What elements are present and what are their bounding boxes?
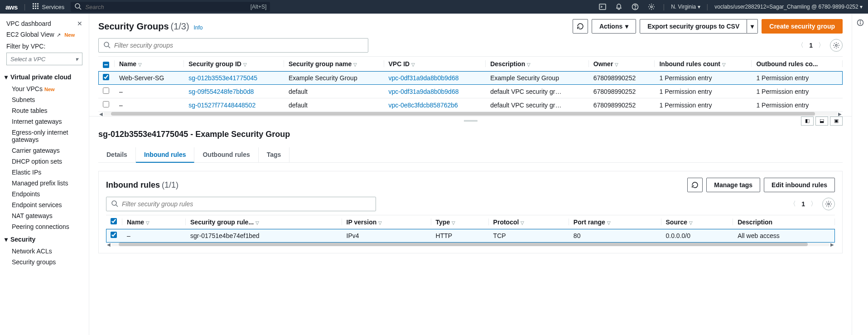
tab-tags[interactable]: Tags (259, 147, 290, 162)
table-row[interactable]: – sg-01527f77448448502 default vpc-0e8c3… (98, 98, 843, 112)
rules-select-all[interactable] (111, 218, 117, 224)
col-inbound[interactable]: Inbound rules count▽ (655, 57, 752, 71)
vpc-id-link[interactable]: vpc-0df31a9da8b0b9d68 (389, 74, 459, 82)
page-prev[interactable]: 〈 (797, 41, 804, 49)
col-description[interactable]: Description▽ (486, 57, 589, 71)
help-icon[interactable] (630, 2, 640, 12)
row-checkbox[interactable] (103, 74, 109, 80)
vpc-filter-select[interactable]: Select a VPC ▾ (6, 53, 82, 65)
sg-id-link[interactable]: sg-01527f77448448502 (188, 102, 256, 109)
sort-icon[interactable]: ▽ (138, 62, 142, 67)
sort-icon[interactable]: ▽ (378, 220, 382, 225)
horizontal-scrollbar[interactable]: ◀ ▶ (98, 112, 843, 116)
rcol-type[interactable]: Type▽ (431, 215, 489, 229)
rules-horizontal-scrollbar[interactable]: ◀ ▶ (106, 242, 835, 247)
tab-inbound-rules[interactable]: Inbound rules (136, 147, 195, 163)
sg-id-link[interactable]: sg-012b3553e41775045 (188, 74, 257, 82)
rcol-source[interactable]: Source▽ (661, 215, 733, 229)
panel-layout-full[interactable]: ▣ (830, 117, 843, 126)
sidebar-item-elastic-ips[interactable]: Elastic IPs (12, 169, 41, 176)
section-vpc[interactable]: ▾Virtual private cloud (0, 70, 89, 83)
sort-icon[interactable]: ▽ (353, 62, 357, 67)
col-name[interactable]: Name▽ (115, 57, 184, 71)
table-row[interactable]: – sg-09f554248fe7bb0d8 default vpc-0df31… (98, 85, 843, 98)
sidebar-item-carrier-gateways[interactable]: Carrier gateways (12, 147, 60, 154)
sidebar-item-endpoints[interactable]: Endpoints (12, 190, 40, 198)
scroll-right-icon[interactable]: ▶ (829, 242, 835, 247)
actions-button[interactable]: Actions▾ (592, 19, 636, 34)
col-owner[interactable]: Owner▽ (589, 57, 655, 71)
table-settings-button[interactable] (830, 39, 843, 52)
sort-icon[interactable]: ▽ (452, 220, 455, 225)
col-sg-name[interactable]: Security group name▽ (284, 57, 384, 71)
rcol-proto[interactable]: Protocol▽ (489, 215, 569, 229)
sidebar-item-subnets[interactable]: Subnets (12, 96, 35, 103)
refresh-button[interactable] (573, 19, 588, 34)
refresh-rules-button[interactable] (687, 178, 703, 192)
manage-tags-button[interactable]: Manage tags (706, 178, 760, 192)
drag-handle-icon[interactable] (464, 120, 477, 121)
page-next[interactable]: 〉 (818, 41, 825, 49)
sidebar-item-peering[interactable]: Peering connections (12, 223, 69, 230)
vpc-dashboard-link[interactable]: VPC dashboard (6, 20, 51, 27)
services-menu[interactable]: Services (32, 3, 65, 11)
sort-icon[interactable]: ▽ (607, 220, 611, 225)
sidebar-item-endpoint-services[interactable]: Endpoint services (12, 201, 62, 209)
sort-icon[interactable]: ▽ (722, 62, 726, 67)
rules-page-prev[interactable]: 〈 (790, 200, 796, 208)
filter-input[interactable] (114, 42, 363, 49)
sg-id-link[interactable]: sg-09f554248fe7bb0d8 (188, 88, 254, 95)
rcol-port[interactable]: Port range▽ (569, 215, 661, 229)
aws-logo[interactable]: aws (5, 3, 18, 11)
sort-icon[interactable]: ▽ (243, 62, 247, 67)
scroll-left-icon[interactable]: ◀ (98, 112, 104, 117)
region-selector[interactable]: N. Virginia ▾ (671, 4, 700, 10)
vpc-id-link[interactable]: vpc-0e8c3fdcb858762b6 (389, 102, 458, 109)
sort-icon[interactable]: ▽ (411, 62, 415, 67)
panel-layout-side[interactable]: ◧ (801, 117, 814, 126)
rule-row[interactable]: – sgr-01751e4be74ef1bed IPv4 HTTP TCP 80… (106, 229, 835, 243)
sort-icon[interactable]: ▽ (256, 220, 259, 225)
export-csv-dropdown[interactable]: ▾ (747, 19, 758, 34)
account-menu[interactable]: voclabs/user2882912=Sagar_Chamling @ 678… (714, 4, 863, 10)
filter-rules[interactable] (106, 197, 376, 211)
tab-details[interactable]: Details (98, 147, 136, 162)
global-search[interactable]: [Alt+S] (71, 2, 270, 12)
sort-icon[interactable]: ▽ (527, 62, 530, 67)
panel-splitter[interactable]: ◧ ⬓ ▣ (89, 116, 852, 125)
sidebar-item-nat-gateways[interactable]: NAT gateways (12, 212, 53, 219)
scroll-right-icon[interactable]: ▶ (837, 112, 843, 117)
rcol-name[interactable]: Name▽ (122, 215, 186, 229)
sidebar-item-egress-gateways[interactable]: Egress-only internet gateways (12, 129, 68, 143)
sidebar-item-prefix-lists[interactable]: Managed prefix lists (12, 180, 68, 187)
row-checkbox[interactable] (103, 87, 109, 94)
panel-layout-bottom[interactable]: ⬓ (815, 117, 828, 126)
sidebar-item-route-tables[interactable]: Route tables (12, 107, 48, 114)
edit-inbound-rules-button[interactable]: Edit inbound rules (764, 178, 835, 192)
filter-security-groups[interactable] (98, 38, 368, 53)
settings-icon[interactable] (646, 2, 656, 12)
rcol-ipv[interactable]: IP version▽ (342, 215, 431, 229)
sidebar-item-security-groups[interactable]: Security groups (12, 258, 56, 266)
rules-table-settings[interactable] (822, 198, 835, 210)
info-panel-toggle[interactable] (857, 19, 864, 28)
rcol-desc[interactable]: Description (733, 215, 835, 229)
rule-checkbox[interactable] (111, 232, 117, 238)
rules-page-next[interactable]: 〉 (810, 200, 817, 208)
row-checkbox[interactable] (103, 101, 109, 107)
col-vpc-id[interactable]: VPC ID▽ (384, 57, 486, 71)
section-security[interactable]: ▾Security (0, 232, 89, 246)
filter-rules-input[interactable] (122, 200, 371, 208)
col-outbound[interactable]: Outbound rules co... (752, 57, 843, 71)
ec2-global-view-link[interactable]: EC2 Global View (6, 31, 54, 38)
select-all-checkbox[interactable] (103, 62, 109, 68)
cloudshell-icon[interactable] (598, 2, 608, 12)
vpc-id-link[interactable]: vpc-0df31a9da8b0b9d68 (389, 88, 459, 95)
sidebar-item-network-acls[interactable]: Network ACLs (12, 248, 52, 255)
rcol-sgr[interactable]: Security group rule...▽ (186, 215, 342, 229)
info-link[interactable]: Info (194, 24, 203, 31)
notifications-icon[interactable] (614, 2, 624, 12)
sidebar-item-dhcp[interactable]: DHCP option sets (12, 158, 62, 165)
sort-icon[interactable]: ▽ (521, 220, 524, 225)
sort-icon[interactable]: ▽ (615, 62, 618, 67)
